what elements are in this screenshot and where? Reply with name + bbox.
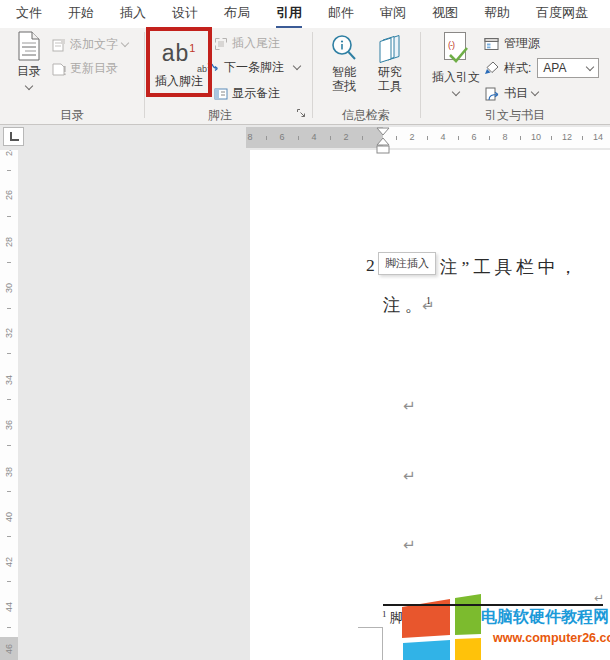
chevron-down-icon (586, 62, 594, 70)
chevron-down-icon (293, 62, 301, 70)
citation-style-value: APA (543, 61, 566, 75)
h-ruler-number: 8 (498, 132, 512, 142)
tab-file[interactable]: 文件 (3, 2, 55, 28)
update-toc-button[interactable]: 更新目录 (52, 60, 118, 77)
toc-icon (17, 31, 41, 61)
insert-citation-button[interactable]: (-) 插入引文 (430, 32, 482, 95)
add-text-label: 添加文字 (70, 36, 118, 53)
v-ruler-number: 26 (4, 189, 14, 202)
v-ruler-number: 28 (4, 236, 14, 249)
manage-sources-icon (484, 37, 500, 51)
citation-style-select[interactable]: APA (537, 58, 599, 78)
research-tools-label-line1: 研究 (378, 65, 402, 79)
manage-sources-button[interactable]: 管理源 (484, 35, 540, 52)
style-row: 样式: APA (484, 58, 599, 78)
paragraph-mark-icon: ↵ (403, 397, 416, 415)
smart-lookup-label: 智能查找 (332, 65, 356, 93)
style-label: 样式: (504, 60, 531, 77)
body-text-line1: 注”工具栏中， (440, 255, 581, 279)
paragraph-mark-icon: ↵ (403, 536, 416, 554)
indent-markers[interactable] (375, 127, 391, 159)
watermark-site-url: www.computer26.com (493, 631, 610, 645)
h-ruler-number: 6 (467, 132, 481, 142)
research-tools-button[interactable]: 研究工具 (368, 33, 412, 93)
paragraph-mark-icon: ↵ (422, 297, 435, 315)
smart-lookup-icon (329, 33, 359, 65)
chevron-down-icon (452, 88, 460, 96)
v-ruler-number: 46 (4, 643, 14, 656)
dialog-launcher-icon (296, 108, 307, 119)
add-text-button[interactable]: 添加文字 (52, 36, 128, 53)
insert-endnote-label: 插入尾注 (232, 35, 280, 52)
vertical-ruler: 24 26 28 30 32 34 36 38 40 42 44 46 (0, 150, 18, 660)
paragraph-mark-icon: ↵ (594, 591, 604, 605)
tab-help[interactable]: 帮助 (471, 2, 523, 28)
v-ruler-number: 44 (4, 601, 14, 614)
footnote-number: 1 (382, 609, 387, 619)
word-window: 文件 开始 插入 设计 布局 引用 邮件 审阅 视图 帮助 百度网盘 目录 (0, 0, 610, 660)
tab-baidu-netdisk-label: 百度网盘 (536, 2, 588, 29)
smart-lookup-label-line2: 查找 (332, 79, 356, 93)
v-ruler-number: 42 (4, 556, 14, 569)
style-brush-icon (484, 61, 500, 75)
group-label-footnotes: 脚注 (144, 107, 296, 124)
tab-review[interactable]: 审阅 (367, 2, 419, 28)
tab-mailings[interactable]: 邮件 (315, 2, 367, 28)
group-divider (144, 32, 145, 118)
group-divider (312, 32, 313, 118)
tab-view-label: 视图 (432, 2, 458, 29)
footnote-separator-line (383, 604, 603, 606)
body-text-line2-text: 注。 (383, 295, 426, 315)
h-ruler-number: 2 (405, 132, 419, 142)
footnotes-dialog-launcher[interactable] (296, 108, 308, 120)
bibliography-button[interactable]: 书目 (484, 85, 538, 102)
tab-insert-label: 插入 (120, 2, 146, 29)
highlight-box (146, 27, 212, 97)
chevron-down-icon (25, 82, 33, 90)
tab-file-label: 文件 (16, 2, 42, 29)
tab-stop-selector[interactable] (3, 127, 24, 146)
insert-endnote-button[interactable]: 插入尾注 (214, 35, 280, 52)
h-ruler-number: 10 (529, 132, 543, 142)
research-tools-icon (375, 33, 405, 65)
tab-home-label: 开始 (68, 2, 94, 29)
research-tools-label: 研究工具 (378, 65, 402, 93)
chevron-down-icon (121, 39, 129, 47)
bibliography-label: 书目 (504, 85, 528, 102)
tab-insert[interactable]: 插入 (107, 2, 159, 28)
group-label-research: 信息检索 (312, 107, 420, 124)
insert-citation-label: 插入引文 (432, 70, 480, 84)
group-label-toc: 目录 (0, 107, 144, 124)
show-notes-button[interactable]: 显示备注 (214, 85, 280, 102)
insert-citation-icon: (-) (441, 32, 471, 64)
chevron-down-icon (531, 88, 539, 96)
next-footnote-button[interactable]: ab1 下一条脚注 (197, 59, 300, 76)
paragraph-mark-icon: ↵ (403, 467, 416, 485)
h-ruler-number: 12 (560, 132, 574, 142)
manage-sources-label: 管理源 (504, 35, 540, 52)
body-text-line1-number: 2 (366, 255, 379, 276)
tab-baidu-netdisk[interactable]: 百度网盘 (523, 2, 601, 28)
tab-view[interactable]: 视图 (419, 2, 471, 28)
document-page[interactable]: 2 注”工具栏中， 注。1 ↵ 脚注插入 ↵ ↵ ↵ ↵ 1 脚注插入 电脑软硬… (250, 150, 610, 660)
green-check-icon (449, 47, 469, 63)
ribbon-tab-bar: 文件 开始 插入 设计 布局 引用 邮件 审阅 视图 帮助 百度网盘 (0, 0, 610, 28)
next-footnote-label: 下一条脚注 (224, 59, 284, 76)
tab-design[interactable]: 设计 (159, 2, 211, 28)
tab-home[interactable]: 开始 (55, 2, 107, 28)
tab-references[interactable]: 引用 (263, 2, 315, 28)
tab-review-label: 审阅 (380, 2, 406, 29)
tab-help-label: 帮助 (484, 2, 510, 29)
insert-endnote-icon (214, 37, 228, 51)
h-ruler-number: 6 (275, 132, 289, 142)
v-ruler-number: 38 (4, 466, 14, 479)
v-ruler-number: 34 (4, 374, 14, 387)
h-ruler-number: 8 (243, 132, 257, 142)
h-ruler-number: 4 (307, 132, 321, 142)
smart-lookup-button[interactable]: 智能查找 (322, 33, 366, 93)
v-ruler-number: 40 (4, 511, 14, 524)
left-tab-icon (10, 132, 19, 141)
toc-button[interactable]: 目录 (8, 31, 50, 89)
blue-arrow-icon (211, 63, 220, 72)
tab-layout[interactable]: 布局 (211, 2, 263, 28)
